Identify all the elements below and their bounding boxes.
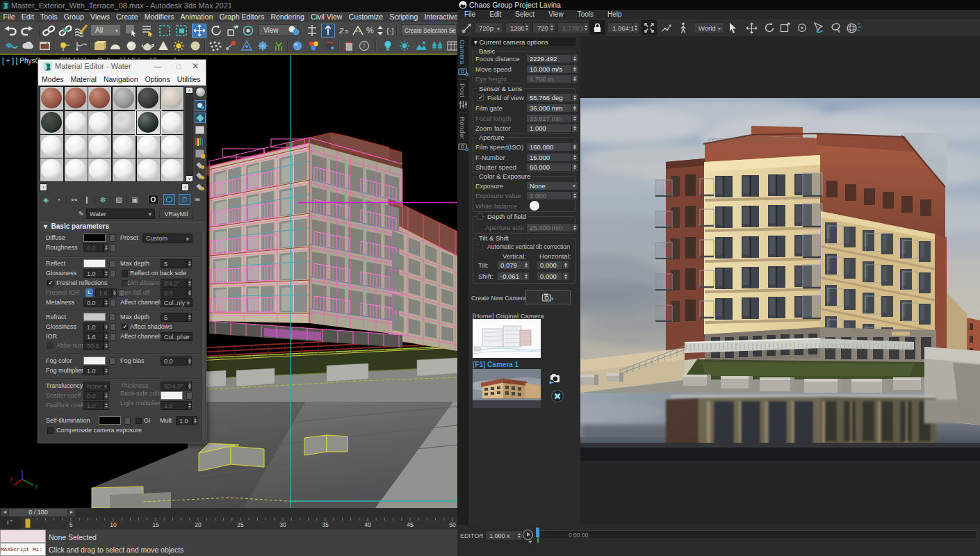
svg-text:10: 10 — [110, 521, 117, 528]
svg-text:15: 15 — [152, 521, 159, 528]
svg-text:50: 50 — [449, 521, 456, 528]
svg-text:35: 35 — [322, 521, 329, 528]
svg-text:X: X — [10, 477, 13, 482]
svg-text:?: ? — [362, 42, 366, 49]
svg-text:5: 5 — [70, 521, 73, 528]
svg-text:Y: Y — [35, 484, 38, 489]
svg-text:45: 45 — [407, 521, 414, 528]
svg-text:30: 30 — [279, 521, 286, 528]
svg-text:25: 25 — [237, 521, 244, 528]
svg-text:20: 20 — [195, 521, 202, 528]
svg-text:40: 40 — [364, 521, 371, 528]
